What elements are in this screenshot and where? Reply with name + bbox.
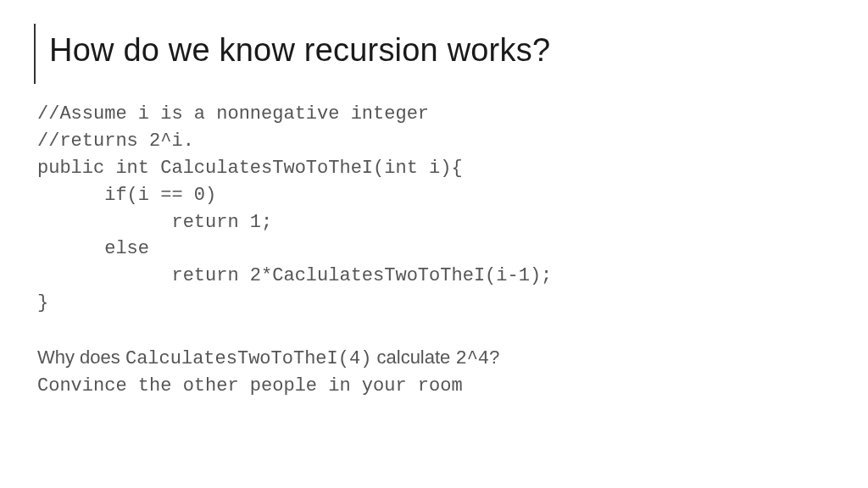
slide-title: How do we know recursion works? — [49, 32, 827, 69]
code-if: if(i == 0) — [37, 182, 827, 209]
title-block: How do we know recursion works? — [34, 24, 827, 84]
question-call: CalculatesTwoToTheI(4) — [125, 348, 371, 369]
question-line-2: Convince the other people in your room — [37, 373, 827, 400]
code-signature: public int CalculatesTwoToTheI(int i){ — [37, 155, 827, 182]
question-line-1: Why does CalculatesTwoToTheI(4) calculat… — [37, 344, 827, 373]
question-expr: 2^4? — [455, 348, 500, 369]
code-return-1: return 1; — [37, 209, 827, 236]
code-return-2: return 2*CaclulatesTwoToTheI(i-1); — [37, 263, 827, 290]
code-close: } — [37, 290, 827, 317]
spacer — [37, 317, 827, 341]
code-comment-2: //returns 2^i. — [37, 128, 827, 155]
code-comment-1: //Assume i is a nonnegative integer — [37, 101, 827, 128]
code-else: else — [37, 236, 827, 263]
question-prefix: Why does — [37, 347, 125, 368]
slide-content: //Assume i is a nonnegative integer //re… — [37, 101, 827, 400]
question-mid: calculate — [371, 347, 455, 368]
